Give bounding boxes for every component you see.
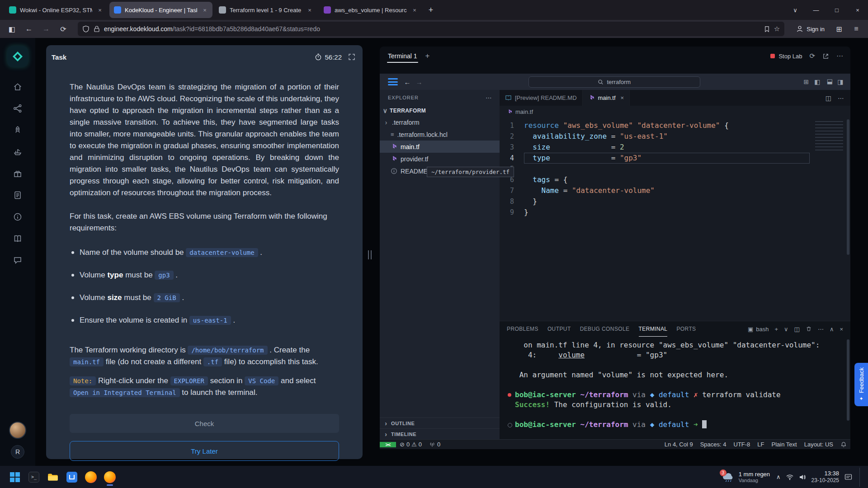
code-line[interactable]: 2 availability_zone = "us-east-1" <box>500 131 850 142</box>
code-line[interactable]: 7 Name = "datacenter-volume" <box>500 185 850 196</box>
browser-tab-wokwi[interactable]: Wokwi - Online ESP32, STM32, × <box>5 2 108 18</box>
feedback-button[interactable]: Feedback ✦ <box>854 363 868 406</box>
toggle-panel-icon[interactable]: ◧ <box>825 79 832 84</box>
editor-forward-icon[interactable]: → <box>413 78 425 86</box>
code-line[interactable]: 3 size = 2 <box>500 142 850 153</box>
tab-close-icon[interactable]: × <box>410 6 419 14</box>
kodekloud-logo[interactable] <box>7 46 28 67</box>
feedback-notes-icon[interactable] <box>9 186 27 204</box>
tab-close-icon[interactable]: × <box>96 6 104 14</box>
code-line[interactable]: 8 } <box>500 196 850 207</box>
home-icon[interactable] <box>9 78 27 96</box>
panel-resize-handle[interactable] <box>368 250 372 259</box>
learning-path-icon[interactable] <box>9 99 27 117</box>
editor-tab-main-tf[interactable]: main.tf × <box>583 90 630 106</box>
eol[interactable]: LF <box>754 441 768 448</box>
store-icon[interactable] <box>62 468 81 487</box>
terminal-output[interactable]: on main.tf line 4, in resource "aws_ebs_… <box>500 337 850 439</box>
file-explorer-icon[interactable] <box>43 468 62 487</box>
tree-item-provider-tf[interactable]: provider.tf <box>380 153 500 165</box>
tracking-shield-icon[interactable] <box>82 25 90 33</box>
terminal-dropdown-icon[interactable]: ∨ <box>784 326 788 333</box>
tab-close-icon[interactable]: × <box>306 6 314 14</box>
command-search-box[interactable]: terraform <box>528 76 700 88</box>
tray-chevron-icon[interactable]: ∧ <box>776 474 781 480</box>
back-button[interactable]: ← <box>22 22 36 36</box>
notification-center-icon[interactable] <box>844 474 852 481</box>
tab-output[interactable]: OUTPUT <box>547 321 571 337</box>
user-avatar[interactable] <box>9 422 26 439</box>
close-tab-icon[interactable]: × <box>621 94 624 101</box>
ports-status[interactable]: 0 <box>425 441 444 448</box>
split-terminal-icon[interactable]: ◫ <box>794 326 800 333</box>
window-maximize-button[interactable]: □ <box>826 0 847 20</box>
start-button[interactable] <box>5 468 24 487</box>
menu-icon[interactable]: ≡ <box>849 22 863 36</box>
extensions-icon[interactable]: ⊞ <box>832 22 846 36</box>
outline-section[interactable]: › OUTLINE <box>380 418 500 428</box>
language-mode[interactable]: Plain Text <box>768 441 801 448</box>
problems-status[interactable]: ⊘0 ⚠0 <box>396 441 425 448</box>
bookmark-star-icon[interactable]: ☆ <box>774 25 780 33</box>
editor-tab-readme-preview[interactable]: [Preview] README.MD <box>500 90 583 106</box>
panel-more-options-icon[interactable]: ⋯ <box>836 52 843 60</box>
list-all-tabs-icon[interactable]: ∨ <box>785 0 806 20</box>
code-line[interactable]: 6 tags = { <box>500 174 850 185</box>
terminal-scrollbar[interactable] <box>847 339 849 421</box>
taskbar-clock[interactable]: 13:38 23-10-2025 <box>811 470 839 484</box>
keyboard-layout[interactable]: Layout: US <box>801 441 837 448</box>
shell-selector[interactable]: ▣ bash <box>748 326 769 333</box>
restart-lab-icon[interactable]: ⟳ <box>809 52 815 60</box>
playgrounds-icon[interactable] <box>9 143 27 161</box>
customize-layout-icon[interactable]: ⊞ <box>804 78 809 85</box>
docs-book-icon[interactable] <box>9 230 27 248</box>
close-panel-icon[interactable]: × <box>840 326 843 333</box>
courses-rocket-icon[interactable] <box>9 121 27 139</box>
minimap[interactable] <box>815 121 843 151</box>
bookmark-save-icon[interactable] <box>764 26 770 33</box>
explorer-root-terraform[interactable]: ∨ TERRAFORM <box>380 105 500 116</box>
cursor-position[interactable]: Ln 4, Col 9 <box>661 441 697 448</box>
signin-button[interactable]: Sign in <box>792 22 829 36</box>
window-close-button[interactable]: × <box>847 0 868 20</box>
code-line[interactable]: 4 type = "gp3" <box>500 153 850 164</box>
terminal-app-icon[interactable]: >_ <box>24 468 43 487</box>
add-terminal-tab-button[interactable]: + <box>425 52 430 61</box>
support-chat-icon[interactable] <box>9 251 27 269</box>
stop-lab-button[interactable]: Stop Lab <box>770 53 802 60</box>
code-line[interactable]: 9} <box>500 207 850 218</box>
toggle-sidebar-icon[interactable]: ◧ <box>814 78 820 85</box>
indentation[interactable]: Spaces: 4 <box>697 441 730 448</box>
forward-button[interactable]: → <box>39 22 53 36</box>
browser-tab-kodekloud[interactable]: KodeKloud - Engineer | Task × <box>109 2 212 18</box>
breadcrumb[interactable]: main.tf <box>500 106 850 117</box>
lock-icon[interactable] <box>93 25 100 33</box>
tab-terminal[interactable]: TERMINAL <box>639 321 668 337</box>
url-bar[interactable]: engineer.kodekloud.com/task?id=6818bdb7a… <box>78 22 784 36</box>
firefox-active-icon[interactable] <box>100 468 119 487</box>
terminal-1-tab[interactable]: Terminal 1 <box>387 47 418 66</box>
browser-tab-aws-docs[interactable]: aws_ebs_volume | Resources | h × <box>319 2 422 18</box>
timeline-section[interactable]: › TIMELINE <box>380 428 500 439</box>
split-editor-icon[interactable]: ◫ <box>826 94 831 102</box>
firefox-icon[interactable] <box>81 468 100 487</box>
kill-terminal-icon[interactable] <box>806 326 812 332</box>
volume-icon[interactable] <box>799 474 806 480</box>
code-editor[interactable]: 1resource "aws_ebs_volume" "datacenter-v… <box>500 117 850 321</box>
url-text[interactable]: engineer.kodekloud.com/task?id=6818bdb7a… <box>104 25 760 33</box>
try-later-button[interactable]: Try Later <box>70 441 339 461</box>
maximize-panel-icon[interactable]: ∧ <box>830 326 834 333</box>
tab-close-icon[interactable]: × <box>201 6 209 14</box>
show-desktop-strip[interactable] <box>859 468 862 487</box>
reload-button[interactable]: ⟳ <box>56 22 71 36</box>
tab-ports[interactable]: PORTS <box>676 321 696 337</box>
info-icon[interactable] <box>9 208 27 226</box>
editor-back-icon[interactable]: ← <box>401 78 413 86</box>
vscode-menu-icon[interactable] <box>388 78 398 85</box>
tab-debug-console[interactable]: DEBUG CONSOLE <box>580 321 630 337</box>
weather-widget[interactable]: 3 1 mm regen Vandaag <box>722 471 770 483</box>
editor-scrollbar[interactable] <box>847 119 849 255</box>
toggle-secondary-sidebar-icon[interactable]: ◧ <box>837 78 843 85</box>
sidebar-toggle-icon[interactable]: ◧ <box>5 22 19 36</box>
window-minimize-button[interactable]: — <box>806 0 826 20</box>
